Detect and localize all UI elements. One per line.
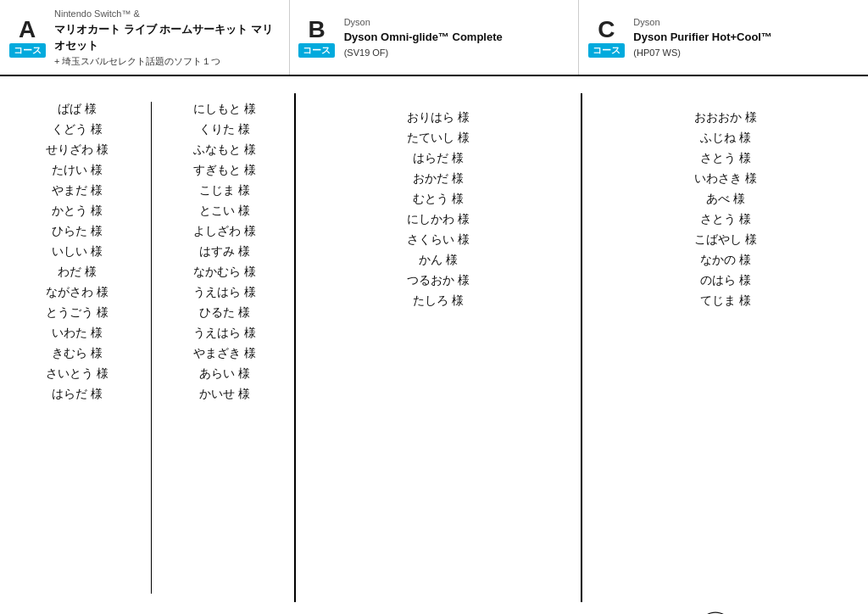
header: A コース Nintendo Switch™ & マリオカート ライブ ホームサ…: [0, 0, 868, 76]
list-item: さいとう 様: [46, 366, 108, 382]
name-list-a-right: にしもと 様くりた 様ふなもと 様すぎもと 様こじま 様とこい 様よしざわ 様は…: [156, 102, 294, 402]
product-b: Dyson Omni-glide™ Complete: [344, 29, 503, 46]
footer-logo: 埼玉スバル株式会社: [700, 611, 843, 614]
brand-a: Nintendo Switch™ &: [54, 7, 281, 21]
sub-c: (HP07 WS): [633, 46, 772, 60]
list-item: さとう 様: [700, 212, 751, 227]
course-badge-b: B コース: [298, 7, 336, 68]
header-text-b: Dyson Dyson Omni-glide™ Complete (SV19 O…: [344, 7, 503, 68]
column-b: おりはら 様たていし 様はらだ 様おかだ 様むとう 様にしかわ 様さくらい 様か…: [296, 93, 581, 602]
list-item: ふなもと 様: [193, 142, 256, 158]
header-text-c: Dyson Dyson Purifier Hot+Cool™ (HP07 WS): [633, 7, 772, 68]
header-text-a: Nintendo Switch™ & マリオカート ライブ ホームサーキット マ…: [54, 7, 281, 68]
list-item: いしい 様: [52, 244, 103, 260]
course-letter-c: C: [598, 18, 615, 42]
course-label-c: コース: [588, 43, 625, 58]
subaru-logo-icon: [700, 611, 731, 614]
list-item: おおおか 様: [694, 110, 757, 126]
list-item: つるおか 様: [407, 273, 470, 288]
course-letter-b: B: [309, 18, 326, 42]
list-item: とうごう 様: [46, 305, 108, 321]
list-item: おかだ 様: [413, 171, 464, 187]
list-item: やまだ 様: [52, 183, 103, 198]
list-item: わだ 様: [58, 265, 97, 280]
course-badge-a: A コース: [8, 7, 46, 68]
name-list-c: おおおか 様ふじね 様さとう 様いわさき 様あべ 様さとう 様こばやし 様なかの…: [582, 102, 868, 317]
list-item: はらだ 様: [413, 151, 464, 166]
list-item: かとう 様: [52, 204, 103, 219]
header-section-b: B コース Dyson Dyson Omni-glide™ Complete (…: [290, 0, 580, 75]
list-item: ひらた 様: [52, 224, 103, 239]
list-item: とこい 様: [199, 204, 250, 219]
list-item: おりはら 様: [407, 110, 470, 126]
list-item: かん 様: [419, 253, 458, 268]
list-item: なかの 様: [700, 253, 751, 268]
list-item: たけい 様: [52, 163, 103, 178]
list-item: はすみ 様: [199, 244, 250, 260]
product-a: マリオカート ライブ ホームサーキット マリオセット: [54, 21, 281, 54]
list-item: やまざき 様: [193, 346, 256, 361]
list-item: たしろ 様: [413, 293, 464, 309]
list-item: くりた 様: [199, 122, 250, 137]
list-item: のはら 様: [700, 273, 751, 288]
list-item: よしざわ 様: [193, 224, 256, 239]
list-item: ひるた 様: [199, 305, 250, 321]
sub-col-a-left: ばば 様くどう 様せりざわ 様たけい 様やまだ 様かとう 様ひらた 様いしい 様…: [8, 102, 147, 594]
list-item: いわさき 様: [694, 171, 757, 187]
name-list-a-left: ばば 様くどう 様せりざわ 様たけい 様やまだ 様かとう 様ひらた 様いしい 様…: [8, 102, 147, 402]
course-label-b: コース: [298, 43, 335, 58]
list-item: いわた 様: [52, 326, 103, 341]
list-item: さくらい 様: [407, 232, 470, 248]
column-c: おおおか 様ふじね 様さとう 様いわさき 様あべ 様さとう 様こばやし 様なかの…: [582, 93, 868, 602]
brand-b: Dyson: [344, 15, 503, 30]
list-item: たていし 様: [407, 131, 470, 146]
list-item: なかむら 様: [193, 265, 256, 280]
list-item: にしもと 様: [193, 102, 256, 117]
list-item: てじま 様: [700, 293, 751, 309]
list-item: ながさわ 様: [46, 285, 108, 300]
column-a: ばば 様くどう 様せりざわ 様たけい 様やまだ 様かとう 様ひらた 様いしい 様…: [0, 93, 294, 602]
list-item: うえはら 様: [193, 285, 256, 300]
list-item: せりざわ 様: [46, 142, 108, 158]
column-a-divider: [151, 102, 152, 594]
header-section-a: A コース Nintendo Switch™ & マリオカート ライブ ホームサ…: [0, 0, 290, 75]
list-item: こじま 様: [199, 183, 250, 198]
footer: 埼玉スバル株式会社: [0, 602, 868, 614]
course-badge-c: C コース: [587, 7, 625, 68]
list-item: さとう 様: [700, 151, 751, 166]
list-item: こばやし 様: [694, 232, 757, 248]
list-item: にしかわ 様: [407, 212, 470, 227]
list-item: くどう 様: [52, 122, 103, 137]
course-label-a: コース: [9, 43, 46, 58]
list-item: あべ 様: [706, 192, 745, 207]
sub-col-a-right: にしもと 様くりた 様ふなもと 様すぎもと 様こじま 様とこい 様よしざわ 様は…: [156, 102, 294, 594]
list-item: きむら 様: [52, 346, 103, 361]
main-content: ばば 様くどう 様せりざわ 様たけい 様やまだ 様かとう 様ひらた 様いしい 様…: [0, 76, 868, 602]
sub-b: (SV19 OF): [344, 46, 503, 60]
list-item: うえはら 様: [193, 326, 256, 341]
list-item: むとう 様: [413, 192, 464, 207]
list-item: すぎもと 様: [193, 163, 256, 178]
list-item: ふじね 様: [700, 131, 751, 146]
brand-c: Dyson: [633, 15, 772, 30]
course-letter-a: A: [19, 18, 36, 42]
header-section-c: C コース Dyson Dyson Purifier Hot+Cool™ (HP…: [579, 0, 868, 75]
list-item: あらい 様: [199, 366, 250, 382]
sub-a: + 埼玉スバルセレクト話題のソフト１つ: [54, 54, 281, 69]
list-item: はらだ 様: [52, 387, 103, 402]
list-item: ばば 様: [58, 102, 97, 117]
product-c: Dyson Purifier Hot+Cool™: [633, 29, 772, 46]
list-item: かいせ 様: [199, 387, 250, 402]
name-list-b: おりはら 様たていし 様はらだ 様おかだ 様むとう 様にしかわ 様さくらい 様か…: [296, 102, 581, 317]
